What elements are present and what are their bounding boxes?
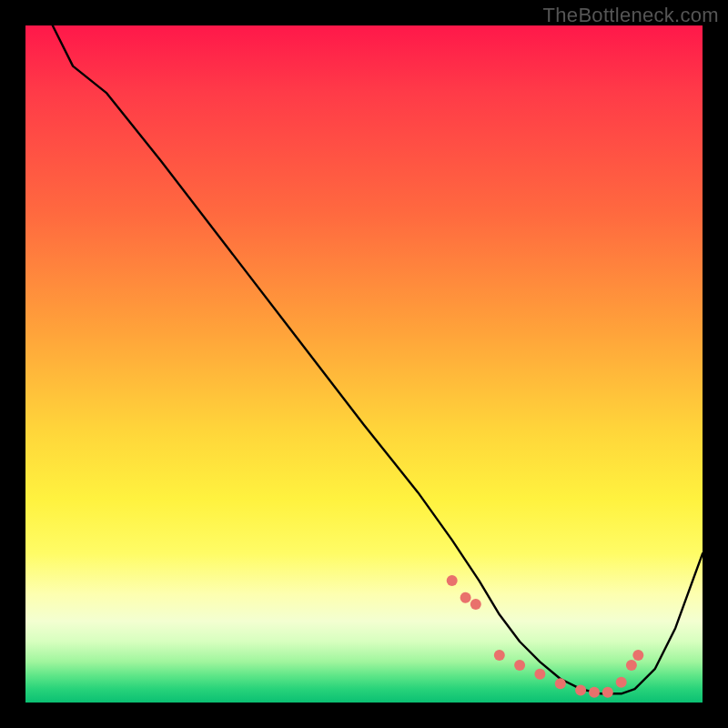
marker-dot xyxy=(534,669,545,680)
marker-dots xyxy=(447,575,644,698)
marker-dot xyxy=(555,678,566,689)
watermark-text: TheBottleneck.com xyxy=(543,4,719,27)
marker-dot xyxy=(470,599,481,610)
marker-dot xyxy=(632,650,643,661)
marker-dot xyxy=(514,660,525,671)
marker-dot xyxy=(460,592,471,603)
marker-dot xyxy=(602,687,613,698)
marker-dot xyxy=(616,677,627,688)
chart-svg xyxy=(25,25,703,703)
curve-line xyxy=(53,25,703,693)
marker-dot xyxy=(575,685,586,696)
marker-dot xyxy=(626,660,637,671)
marker-dot xyxy=(494,650,505,661)
marker-dot xyxy=(589,687,600,698)
marker-dot xyxy=(447,575,458,586)
figure-container: TheBottleneck.com xyxy=(0,0,728,728)
plot-area xyxy=(25,25,703,703)
